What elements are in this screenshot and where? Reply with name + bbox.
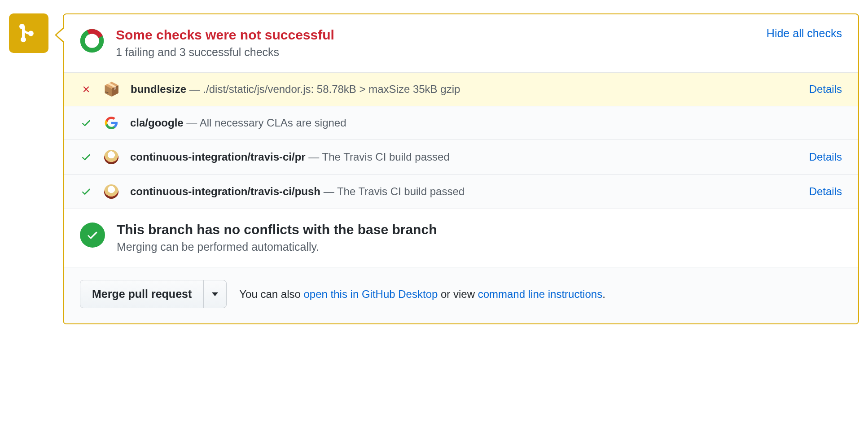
check-row: continuous-integration/travis-ci/push — … bbox=[64, 175, 858, 209]
merge-pull-request-button[interactable]: Merge pull request bbox=[80, 280, 204, 308]
check-icon bbox=[80, 152, 92, 162]
check-description: bundlesize — ./dist/static/js/vendor.js:… bbox=[131, 83, 798, 96]
check-name: bundlesize bbox=[131, 83, 186, 95]
toggle-checks-link[interactable]: Hide all checks bbox=[767, 27, 842, 40]
check-row: cla/google — All necessary CLAs are sign… bbox=[64, 106, 858, 140]
open-github-desktop-link[interactable]: open this in GitHub Desktop bbox=[304, 288, 438, 300]
travis-icon bbox=[103, 150, 119, 164]
merge-footer: Merge pull request You can also open thi… bbox=[64, 267, 858, 323]
merge-button-group: Merge pull request bbox=[80, 280, 227, 308]
package-icon: 📦 bbox=[103, 83, 120, 96]
check-details-link[interactable]: Details bbox=[809, 185, 842, 198]
merge-title: This branch has no conflicts with the ba… bbox=[117, 222, 842, 238]
checks-header: Some checks were not successful 1 failin… bbox=[64, 14, 858, 73]
check-name: cla/google bbox=[130, 117, 184, 129]
check-detail-text: The Travis CI build passed bbox=[337, 185, 465, 197]
git-merge-icon bbox=[18, 22, 39, 44]
merge-status-panel: Some checks were not successful 1 failin… bbox=[63, 13, 859, 324]
status-donut-icon bbox=[80, 29, 104, 55]
check-icon bbox=[80, 118, 92, 128]
check-description: cla/google — All necessary CLAs are sign… bbox=[130, 117, 842, 129]
footer-text-middle: or view bbox=[438, 288, 478, 300]
check-row: 📦bundlesize — ./dist/static/js/vendor.js… bbox=[64, 73, 858, 106]
command-line-instructions-link[interactable]: command line instructions bbox=[478, 288, 602, 300]
check-detail-text: All necessary CLAs are signed bbox=[200, 117, 346, 129]
success-badge-icon bbox=[80, 222, 105, 248]
google-icon bbox=[103, 116, 119, 130]
footer-text-after: . bbox=[602, 288, 605, 300]
check-details-link[interactable]: Details bbox=[809, 83, 842, 96]
check-description: continuous-integration/travis-ci/push — … bbox=[130, 185, 798, 198]
x-icon bbox=[80, 84, 92, 94]
panel-notch-inner bbox=[57, 28, 65, 42]
timeline-merge-badge bbox=[9, 13, 48, 53]
caret-down-icon bbox=[212, 292, 218, 297]
travis-icon bbox=[103, 184, 119, 199]
footer-text-before: You can also bbox=[239, 288, 303, 300]
check-name: continuous-integration/travis-ci/pr bbox=[130, 151, 306, 163]
merge-conflict-header: This branch has no conflicts with the ba… bbox=[64, 209, 858, 267]
merge-footer-text: You can also open this in GitHub Desktop… bbox=[239, 288, 605, 301]
merge-options-dropdown[interactable] bbox=[204, 280, 227, 308]
check-row: continuous-integration/travis-ci/pr — Th… bbox=[64, 140, 858, 175]
check-description: continuous-integration/travis-ci/pr — Th… bbox=[130, 151, 798, 163]
check-name: continuous-integration/travis-ci/push bbox=[130, 185, 320, 197]
check-detail-text: The Travis CI build passed bbox=[322, 151, 450, 163]
check-icon bbox=[80, 186, 92, 197]
check-detail-text: ./dist/static/js/vendor.js: 58.78kB > ma… bbox=[203, 83, 460, 95]
merge-subtitle: Merging can be performed automatically. bbox=[117, 240, 842, 253]
checks-subtitle: 1 failing and 3 successful checks bbox=[116, 46, 755, 59]
check-details-link[interactable]: Details bbox=[809, 151, 842, 163]
checks-title: Some checks were not successful bbox=[116, 27, 755, 43]
